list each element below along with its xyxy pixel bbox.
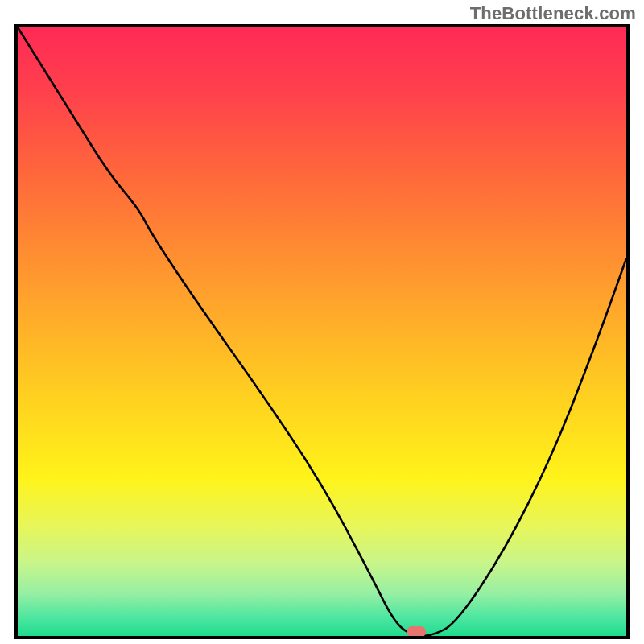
minimum-marker (407, 626, 426, 636)
chart-container: TheBottleneck.com (0, 0, 644, 644)
gradient-background (18, 27, 626, 636)
plot-frame (14, 24, 630, 639)
plot-svg (18, 27, 626, 636)
watermark-text: TheBottleneck.com (470, 3, 636, 24)
